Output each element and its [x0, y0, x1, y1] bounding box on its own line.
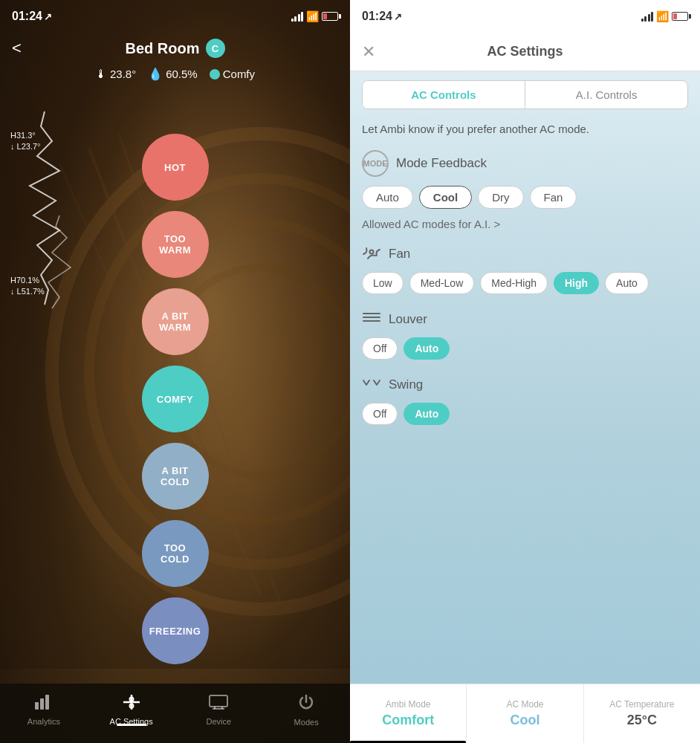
nav-modes-label: Modes: [294, 718, 319, 727]
bubble-bit-warm[interactable]: A BIT WARM: [142, 288, 209, 355]
battery-icon-right: [672, 12, 688, 21]
fan-med-low[interactable]: Med-Low: [409, 272, 475, 294]
ambi-mode-value: Comfort: [382, 713, 434, 728]
swing-label: Swing: [389, 377, 423, 392]
time-left: 01:24↗: [12, 10, 52, 23]
ac-temp-label: AC Temperature: [609, 699, 674, 710]
bubble-too-warm[interactable]: TOO WARM: [142, 211, 209, 278]
mode-feedback-header: MODE Mode Feedback: [362, 150, 688, 177]
power-icon: [298, 694, 314, 715]
ac-content: Let Ambi know if you prefer another AC m…: [350, 109, 700, 684]
swing-section: Swing Off Auto: [362, 374, 688, 425]
room-title: Bed Room C: [126, 39, 225, 58]
comfort-bubbles: HOT TOO WARM A BIT WARM COMFY A BIT COLD…: [0, 134, 350, 664]
louver-header: Louver: [362, 309, 688, 330]
svg-rect-9: [40, 698, 44, 710]
louver-section: Louver Off Auto: [362, 309, 688, 360]
swing-off[interactable]: Off: [362, 403, 398, 425]
left-header: < Bed Room C: [0, 33, 350, 64]
louver-icon: [362, 309, 381, 330]
mode-fan[interactable]: Fan: [530, 186, 577, 209]
ambi-mode-label: Ambi Mode: [386, 699, 431, 710]
status-bar-left: 01:24↗ 📶: [0, 0, 350, 33]
fan-high[interactable]: High: [554, 272, 599, 294]
louver-buttons: Off Auto: [362, 337, 688, 360]
device-icon: [209, 695, 228, 714]
svg-rect-10: [45, 695, 49, 710]
swing-icon: [362, 374, 381, 395]
fan-med-high[interactable]: Med-High: [480, 272, 548, 294]
bottom-tab-ambi-mode[interactable]: Ambi Mode Comfort: [350, 684, 467, 743]
svg-rect-15: [210, 695, 227, 707]
humidity-sensor: 💧 60.5%: [148, 67, 198, 81]
left-panel: 01:24↗ 📶 < Bed Room C 🌡 23.8°: [0, 0, 350, 743]
bottom-tab-ac-mode[interactable]: AC Mode Cool: [467, 684, 583, 743]
nav-modes[interactable]: Modes: [262, 694, 350, 727]
settings-tabs: AC Controls A.I. Controls: [362, 80, 688, 109]
ac-mode-value: Cool: [510, 713, 539, 728]
nav-active-indicator: [117, 724, 146, 726]
bottom-nav-left: Analytics AC Settings: [0, 684, 350, 743]
back-button[interactable]: <: [12, 39, 22, 58]
svg-point-19: [370, 250, 374, 254]
bubble-comfy[interactable]: COMFY: [142, 366, 209, 432]
nav-analytics-label: Analytics: [27, 717, 60, 726]
tab-ai-controls[interactable]: A.I. Controls: [525, 81, 687, 108]
signal-icon: [291, 12, 304, 22]
louver-label: Louver: [389, 312, 427, 327]
wifi-icon: 📶: [306, 10, 319, 22]
allowed-modes-link[interactable]: Allowed AC modes for A.I. >: [362, 218, 688, 230]
tab-ac-controls[interactable]: AC Controls: [363, 81, 525, 108]
ac-mode-label: AC Mode: [506, 699, 543, 710]
fan-header: Fan: [362, 244, 688, 265]
ac-settings-icon: [123, 695, 140, 714]
sensor-row: 🌡 23.8° 💧 60.5% Comfy: [0, 67, 350, 81]
ai-tip-text: Let Ambi know if you prefer another AC m…: [362, 121, 688, 137]
mode-feedback-label: Mode Feedback: [396, 156, 487, 171]
signal-icon-right: [641, 12, 654, 22]
mode-auto[interactable]: Auto: [362, 186, 413, 209]
swing-buttons: Off Auto: [362, 403, 688, 425]
ac-temp-value: 25°C: [627, 713, 657, 728]
thermometer-icon: 🌡: [95, 68, 107, 81]
louver-auto[interactable]: Auto: [404, 337, 450, 360]
swing-header: Swing: [362, 374, 688, 395]
svg-rect-8: [35, 702, 39, 710]
nav-ac-settings[interactable]: AC Settings: [88, 695, 175, 726]
fan-low[interactable]: Low: [362, 272, 404, 294]
fan-icon: [362, 244, 381, 265]
bubble-too-cold[interactable]: TOO COLD: [142, 520, 209, 587]
analytics-icon: [35, 695, 53, 714]
fan-speed-buttons: Low Med-Low Med-High High Auto: [362, 272, 688, 294]
mode-icon: MODE: [362, 150, 389, 177]
comfy-dot: [210, 69, 220, 80]
bubble-hot[interactable]: HOT: [142, 134, 209, 201]
ac-settings-header: ✕ AC Settings: [350, 33, 700, 71]
louver-off[interactable]: Off: [362, 337, 398, 360]
nav-device[interactable]: Device: [175, 695, 263, 726]
nav-analytics[interactable]: Analytics: [0, 695, 88, 726]
temperature-sensor: 🌡 23.8°: [95, 68, 136, 81]
bottom-tabs: Ambi Mode Comfort AC Mode Cool AC Temper…: [350, 684, 700, 743]
mode-dry[interactable]: Dry: [478, 186, 523, 209]
status-icons-left: 📶: [291, 10, 339, 22]
mode-cool[interactable]: Cool: [419, 186, 472, 209]
swing-auto[interactable]: Auto: [404, 403, 450, 425]
bottom-tab-ac-temp[interactable]: AC Temperature 25°C: [584, 684, 700, 743]
time-right: 01:24↗: [362, 10, 402, 23]
droplet-icon: 💧: [148, 67, 163, 81]
fan-label: Fan: [389, 247, 410, 262]
status-icons-right: 📶: [641, 10, 689, 22]
wifi-icon-right: 📶: [656, 10, 669, 22]
mode-buttons: Auto Cool Dry Fan: [362, 186, 688, 209]
close-button[interactable]: ✕: [362, 42, 375, 62]
comfort-status: Comfy: [210, 68, 255, 80]
nav-device-label: Device: [207, 717, 232, 726]
bubble-bit-cold[interactable]: A BIT COLD: [142, 443, 209, 510]
fan-auto[interactable]: Auto: [605, 272, 649, 294]
ac-settings-title: AC Settings: [487, 44, 563, 59]
right-panel: 01:24↗ 📶 ✕ AC Settings AC Controls A.I. …: [350, 0, 700, 743]
battery-icon: [322, 12, 338, 21]
status-bar-right: 01:24↗ 📶: [350, 0, 700, 33]
bubble-freezing[interactable]: FREEZING: [142, 597, 209, 664]
